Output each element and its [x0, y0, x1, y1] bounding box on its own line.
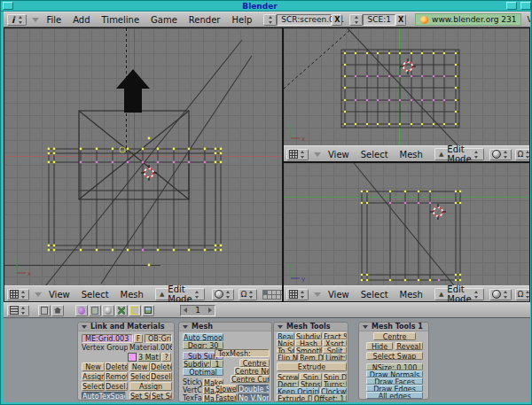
- home-button[interactable]: [51, 305, 64, 316]
- screen-name-field[interactable]: SCR:screen.001: [277, 14, 332, 26]
- vgroup-delete-button[interactable]: Delete: [105, 362, 128, 371]
- material-assign-button[interactable]: Assign: [129, 382, 172, 391]
- pivot-dropdown[interactable]: Ω: [239, 289, 258, 300]
- all-edges-toggle[interactable]: All edges: [366, 392, 423, 399]
- centre-button[interactable]: Centre: [239, 359, 270, 367]
- menu-mesh[interactable]: Mesh: [400, 150, 423, 160]
- pivot-dropdown[interactable]: Ω: [515, 289, 530, 300]
- panel-collapse-icon[interactable]: [363, 325, 368, 329]
- draw-normals-toggle[interactable]: Draw Normals: [366, 370, 423, 378]
- set-smooth-button[interactable]: Set Smooth: [129, 392, 151, 400]
- window-type-button[interactable]: i: [7, 14, 27, 26]
- screw-button[interactable]: Screw: [277, 373, 299, 380]
- auto-smooth-toggle[interactable]: Auto Smooth: [183, 333, 223, 341]
- flip-normals-button[interactable]: Flip Normals: [277, 354, 298, 361]
- editing-context-button[interactable]: [129, 305, 141, 316]
- shading-context-button[interactable]: [102, 305, 114, 316]
- menu-add[interactable]: Add: [73, 15, 90, 25]
- nsize-field[interactable]: NSize: 0.100: [366, 363, 423, 370]
- script-context-button[interactable]: [89, 305, 101, 316]
- header-collapse-icon[interactable]: [32, 18, 39, 22]
- vgroup-deselect-button[interactable]: Desel.: [105, 382, 128, 391]
- header-collapse-icon[interactable]: [314, 152, 321, 157]
- optimal-toggle[interactable]: Optimal: [183, 368, 223, 376]
- subdiv-field[interactable]: Subdiv: 1: [183, 360, 211, 368]
- material-deselect-button[interactable]: Deselect: [150, 372, 172, 381]
- texmesh-field[interactable]: TexMesh:: [215, 349, 270, 357]
- scene-browse-button[interactable]: [349, 14, 363, 26]
- menu-view[interactable]: View: [49, 290, 70, 300]
- keep-original-toggle[interactable]: Keep Original: [277, 387, 319, 394]
- draw-edges-toggle[interactable]: Draw Edges: [366, 385, 423, 392]
- draw-type-dropdown[interactable]: [489, 149, 512, 160]
- viewport-side-canvas[interactable]: z y: [284, 163, 529, 285]
- window-minimize-button[interactable]: [506, 2, 517, 10]
- reveal-button[interactable]: Reveal: [395, 342, 423, 350]
- menu-mesh[interactable]: Mesh: [400, 290, 423, 300]
- panel-header[interactable]: Mesh Tools: [274, 323, 348, 331]
- panel-header[interactable]: Link and Materials: [78, 323, 174, 331]
- rem-doubles-button[interactable]: Rem Doubles: [299, 354, 324, 361]
- xsort-button[interactable]: Xsort: [323, 339, 347, 347]
- scene-name-field[interactable]: SCE:1: [363, 14, 395, 26]
- to-sphere-button[interactable]: To Sphere: [277, 347, 294, 354]
- pivot-dropdown[interactable]: Ω: [515, 149, 530, 160]
- subdiv-render-field[interactable]: 1: [211, 360, 223, 368]
- beauty-toggle[interactable]: Beauty: [277, 332, 294, 339]
- material-query-button[interactable]: ?: [161, 353, 171, 362]
- vgroup-new-button[interactable]: New: [82, 362, 105, 371]
- viewport-front-canvas[interactable]: z x: [4, 28, 282, 285]
- panel-collapse-icon[interactable]: [278, 325, 283, 329]
- limit-field[interactable]: Limit: 0.001: [325, 354, 347, 361]
- material-new-button[interactable]: New: [129, 362, 150, 371]
- panel-header[interactable]: Mesh: [179, 323, 271, 331]
- menu-select[interactable]: Select: [82, 290, 109, 300]
- menu-game[interactable]: Game: [151, 15, 177, 25]
- frame-prev-icon[interactable]: [184, 308, 187, 313]
- object-context-button[interactable]: [115, 305, 128, 316]
- logic-context-button[interactable]: [75, 305, 88, 316]
- menu-select[interactable]: Select: [361, 150, 388, 160]
- window-type-button[interactable]: [7, 289, 29, 300]
- mode-dropdown[interactable]: ▲ Edit Mode: [434, 288, 484, 300]
- material-index-stepper[interactable]: 3 Mat 2: [137, 353, 160, 362]
- menu-view[interactable]: View: [328, 290, 349, 300]
- header-collapse-icon[interactable]: [35, 292, 42, 297]
- autotexspace-toggle[interactable]: AutoTexSpace: [82, 392, 126, 400]
- fract-subd-button[interactable]: Fract Subd: [323, 332, 347, 339]
- window-type-button[interactable]: [7, 305, 29, 316]
- material-delete-button[interactable]: Delete: [150, 362, 172, 371]
- clockwise-toggle[interactable]: Clockwise: [320, 387, 347, 394]
- material-select-button[interactable]: Select: [129, 372, 150, 381]
- degr90-field[interactable]: Degr: 90: [277, 380, 299, 387]
- panel-collapse-icon[interactable]: [82, 325, 87, 329]
- draw-faces-toggle[interactable]: Draw Faces: [366, 378, 423, 385]
- frame-next-icon[interactable]: [208, 308, 212, 313]
- panel-header[interactable]: Mesh Tools 1: [359, 323, 428, 331]
- header-collapse-icon[interactable]: [314, 292, 321, 297]
- centre-new-button[interactable]: Centre New: [234, 367, 270, 375]
- menu-help[interactable]: Help: [231, 15, 252, 25]
- panels-alignment-button[interactable]: [38, 305, 51, 316]
- hide-button[interactable]: Hide: [366, 342, 393, 350]
- spin-dup-button[interactable]: Spin Dup: [323, 373, 347, 380]
- mode-dropdown[interactable]: ▲ Edit Mode: [155, 288, 205, 300]
- screen-delete-button[interactable]: X: [332, 14, 342, 26]
- subdivide-button[interactable]: Subdivide: [295, 332, 322, 339]
- slower-draw-button[interactable]: SlowerDraw: [215, 385, 237, 393]
- extrude-dup-button[interactable]: Extrude Dup: [277, 394, 312, 401]
- mesh-datablock-field[interactable]: ME:Grid.003: [82, 334, 133, 343]
- screen-browse-button[interactable]: [263, 14, 277, 26]
- spin-button[interactable]: Spin: [300, 373, 322, 380]
- vgroup-select-button[interactable]: Select: [82, 382, 105, 391]
- menu-timeline[interactable]: Timeline: [102, 15, 140, 25]
- object-name-field[interactable]: OB:Grid: [145, 334, 172, 343]
- scene-context-button[interactable]: [142, 305, 154, 316]
- centre-button[interactable]: Centre: [373, 332, 416, 340]
- layer-buttons-group1[interactable]: [262, 290, 283, 299]
- mode-dropdown[interactable]: ▲ Edit Mode: [434, 148, 484, 160]
- vgroup-assign-button[interactable]: Assign: [82, 372, 105, 381]
- steps-field[interactable]: Steps: 9: [300, 380, 322, 387]
- viewport-top-canvas[interactable]: y x: [284, 28, 529, 145]
- menu-view[interactable]: View: [328, 150, 349, 160]
